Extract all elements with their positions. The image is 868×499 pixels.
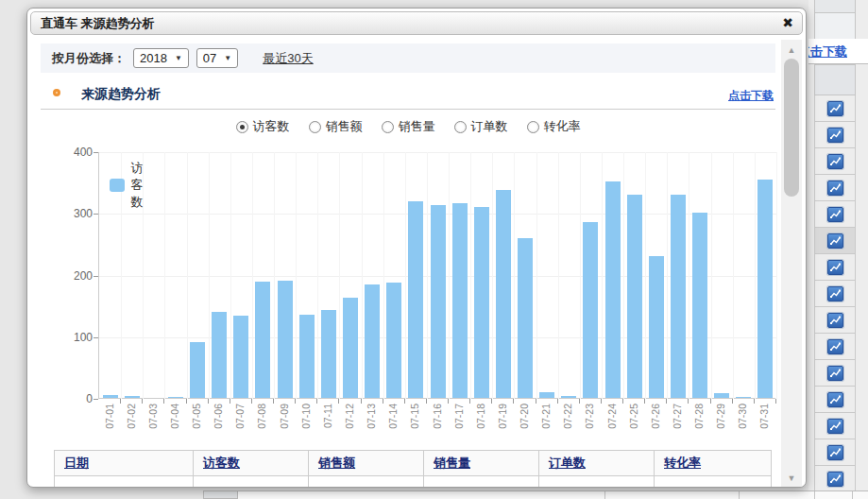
trend-chart-icon[interactable] bbox=[827, 101, 843, 116]
x-axis-tick bbox=[142, 399, 143, 404]
trend-chart-icon[interactable] bbox=[827, 207, 843, 222]
x-axis-tick-label: 07-09 bbox=[279, 404, 290, 438]
x-axis-tick bbox=[754, 399, 755, 404]
x-axis-tick bbox=[601, 399, 602, 404]
bar-07-25 bbox=[627, 195, 642, 398]
table-header-cell: 订单数 bbox=[539, 450, 655, 476]
gridline bbox=[317, 152, 318, 399]
table-sort-link-转化率[interactable]: 转化率 bbox=[664, 455, 701, 472]
background-cell bbox=[203, 490, 238, 499]
gridline bbox=[252, 152, 253, 399]
recent-30-days-link[interactable]: 最近30天 bbox=[263, 50, 313, 67]
metric-radio-销售额[interactable]: 销售额 bbox=[309, 118, 363, 135]
bar-07-07 bbox=[233, 316, 248, 398]
metric-radio-group: 访客数销售额销售量订单数转化率 bbox=[41, 118, 775, 137]
divider bbox=[814, 491, 815, 499]
x-axis-tick-label: 07-10 bbox=[300, 404, 312, 438]
page: 点击下载 直通车 来源趋势分析 ✖ 按月份选择： 2018 ▼ bbox=[0, 0, 868, 499]
metric-radio-label: 访客数 bbox=[253, 118, 290, 135]
divider bbox=[604, 491, 605, 499]
bar-07-06 bbox=[212, 312, 227, 398]
gridline bbox=[602, 152, 603, 399]
gridline bbox=[536, 152, 537, 399]
background-table-row bbox=[814, 122, 856, 148]
scroll-down-icon[interactable]: ▼ bbox=[781, 472, 802, 485]
background-table-row bbox=[814, 281, 856, 307]
x-axis-tick bbox=[732, 399, 733, 404]
gridline bbox=[492, 152, 493, 399]
table-sort-link-订单数[interactable]: 订单数 bbox=[549, 455, 586, 472]
month-select[interactable]: 07 ▼ bbox=[196, 48, 238, 68]
gridline bbox=[689, 152, 689, 399]
x-axis-tick bbox=[383, 399, 383, 404]
gridline bbox=[558, 152, 559, 399]
trend-chart-icon[interactable] bbox=[827, 128, 843, 143]
trend-chart-icon[interactable] bbox=[827, 313, 843, 328]
x-axis-tick-label: 07-16 bbox=[432, 404, 443, 438]
scroll-up-icon[interactable]: ▲ bbox=[781, 43, 802, 57]
dialog-titlebar[interactable]: 直通车 来源趋势分析 ✖ bbox=[30, 11, 803, 35]
metric-radio-销售量[interactable]: 销售量 bbox=[382, 118, 435, 135]
table-sort-link-日期[interactable]: 日期 bbox=[64, 455, 89, 472]
trend-chart-icon[interactable] bbox=[827, 233, 843, 249]
x-axis-tick-label: 07-06 bbox=[213, 404, 224, 438]
y-axis-tick-label: 300 bbox=[47, 207, 93, 220]
metric-radio-订单数[interactable]: 订单数 bbox=[454, 118, 508, 135]
trend-chart-icon[interactable] bbox=[827, 154, 843, 169]
x-axis-tick bbox=[230, 399, 230, 404]
y-axis-tick bbox=[94, 276, 98, 277]
x-axis-tick bbox=[273, 399, 274, 404]
x-axis-tick bbox=[295, 399, 296, 404]
trend-chart-icon[interactable] bbox=[827, 366, 843, 381]
x-axis-tick bbox=[208, 399, 209, 404]
radio-icon bbox=[236, 121, 248, 133]
background-download-link[interactable]: 点击下载 bbox=[808, 43, 847, 60]
trend-analysis-dialog: 直通车 来源趋势分析 ✖ 按月份选择： 2018 ▼ 07 ▼ 最近30天 bbox=[26, 8, 807, 488]
trend-chart-icon[interactable] bbox=[827, 181, 843, 196]
month-select-value: 07 bbox=[203, 51, 216, 65]
x-axis-tick bbox=[688, 399, 689, 404]
table-sort-link-访客数[interactable]: 访客数 bbox=[203, 455, 240, 472]
metric-radio-转化率[interactable]: 转化率 bbox=[527, 118, 581, 135]
bar-07-27 bbox=[671, 195, 686, 398]
legend-item[interactable]: 访客数 bbox=[110, 160, 153, 211]
gridline bbox=[362, 152, 363, 399]
metric-radio-label: 订单数 bbox=[471, 118, 508, 135]
bar-07-30 bbox=[736, 397, 751, 398]
x-axis-tick bbox=[316, 399, 317, 404]
table-sort-link-销售量[interactable]: 销售量 bbox=[434, 455, 470, 472]
year-select[interactable]: 2018 ▼ bbox=[133, 48, 189, 68]
background-table-row bbox=[814, 175, 856, 201]
gridline bbox=[645, 152, 646, 399]
close-icon[interactable]: ✖ bbox=[782, 12, 793, 34]
metric-radio-访客数[interactable]: 访客数 bbox=[236, 118, 290, 135]
metric-radio-label: 销售额 bbox=[326, 118, 363, 135]
bar-07-23 bbox=[583, 222, 598, 398]
download-link[interactable]: 点击下载 bbox=[728, 88, 774, 104]
trend-chart-icon[interactable] bbox=[827, 392, 843, 407]
table-cell bbox=[194, 476, 309, 488]
trend-chart-icon[interactable] bbox=[827, 260, 843, 275]
x-axis-tick-label: 07-14 bbox=[387, 404, 399, 438]
x-axis-tick-label: 07-27 bbox=[672, 404, 683, 438]
trend-chart-icon[interactable] bbox=[827, 472, 843, 487]
trend-chart-icon[interactable] bbox=[827, 419, 843, 434]
scrollbar-thumb[interactable] bbox=[784, 59, 799, 197]
trend-chart-icon[interactable] bbox=[827, 445, 843, 460]
bar-07-04 bbox=[168, 397, 183, 398]
metric-radio-label: 销售量 bbox=[399, 118, 435, 135]
x-axis-tick-label: 07-08 bbox=[256, 404, 267, 438]
background-cell bbox=[814, 12, 856, 40]
bar-07-31 bbox=[757, 180, 773, 398]
x-axis-tick-label: 07-07 bbox=[234, 404, 246, 438]
trend-chart-icon[interactable] bbox=[827, 339, 843, 354]
x-axis-tick bbox=[644, 399, 645, 404]
scrollbar-track[interactable]: ▲ ▼ bbox=[781, 40, 802, 488]
x-axis-tick-label: 07-15 bbox=[409, 404, 420, 438]
x-axis-tick bbox=[426, 399, 427, 404]
x-axis-tick bbox=[448, 399, 449, 404]
x-axis-tick-label: 07-17 bbox=[453, 404, 465, 438]
trend-chart-icon[interactable] bbox=[827, 286, 843, 301]
background-download-area: 点击下载 bbox=[808, 39, 868, 63]
table-sort-link-销售额[interactable]: 销售额 bbox=[318, 455, 355, 472]
